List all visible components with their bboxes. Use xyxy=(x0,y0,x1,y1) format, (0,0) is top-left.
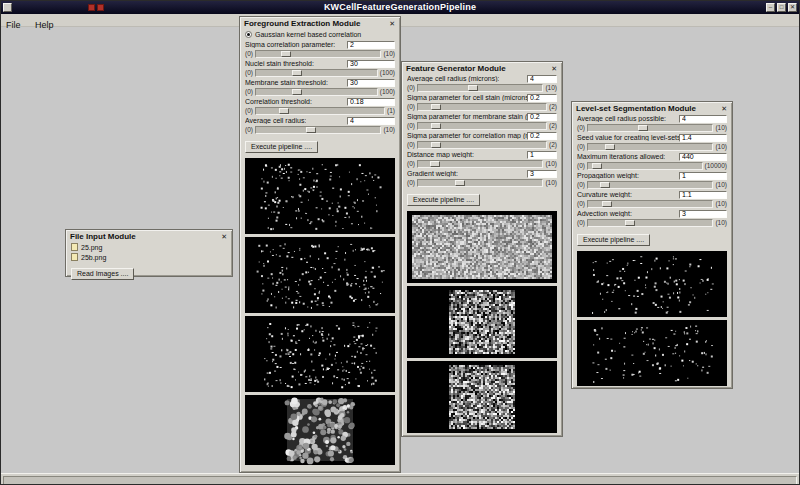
menu-file[interactable]: File xyxy=(1,19,26,31)
param-label: Nuclei stain threshold: xyxy=(245,60,314,67)
title-bar[interactable]: KWCellFeatureGenerationPipeline – □ ✕ xyxy=(1,1,799,14)
slider-max-label: (10) xyxy=(545,160,557,168)
param-sigma-correlation-map: Sigma parameter for correlation map (mic… xyxy=(407,131,557,149)
slider-min-label: (0) xyxy=(577,219,585,227)
param-slider[interactable] xyxy=(587,200,713,208)
panel-title: Foreground Extraction Module xyxy=(244,19,360,28)
param-slider[interactable] xyxy=(587,124,713,132)
param-entry[interactable] xyxy=(527,132,557,140)
slider-min-label: (0) xyxy=(245,50,253,58)
slider-handle[interactable] xyxy=(468,85,478,91)
foreground-extraction-panel: Foreground Extraction Module ✕ Gaussian … xyxy=(239,16,401,473)
param-slider[interactable] xyxy=(417,84,543,92)
file-list-item[interactable]: 25b.png xyxy=(71,252,227,262)
close-button[interactable]: ✕ xyxy=(788,3,797,12)
slider-max-label: (10) xyxy=(383,50,395,58)
slider-handle[interactable] xyxy=(455,180,465,186)
param-entry[interactable] xyxy=(527,151,557,159)
execute-pipeline-button[interactable]: Execute pipeline .... xyxy=(245,141,318,153)
file-name: 25.png xyxy=(81,244,102,251)
correlation-feature-preview xyxy=(407,361,557,433)
slider-handle[interactable] xyxy=(281,51,291,57)
param-entry[interactable] xyxy=(679,191,727,199)
gaussian-correlation-radio[interactable]: Gaussian kernel based correlation xyxy=(245,29,395,40)
slider-handle[interactable] xyxy=(431,104,441,110)
param-entry[interactable] xyxy=(347,98,395,106)
slider-min-label: (0) xyxy=(577,200,585,208)
param-entry[interactable] xyxy=(679,153,727,161)
slider-max-label: (10) xyxy=(545,84,557,92)
slider-handle[interactable] xyxy=(292,89,302,95)
slider-max-label: (10) xyxy=(545,179,557,187)
panel-close-icon[interactable]: ✕ xyxy=(388,20,396,28)
panel-close-icon[interactable]: ✕ xyxy=(720,105,728,113)
param-entry[interactable] xyxy=(679,172,727,180)
param-slider[interactable] xyxy=(255,50,381,58)
param-advection-weight: Advection weight: (0) (10) xyxy=(577,209,727,227)
application-window: KWCellFeatureGenerationPipeline – □ ✕ Fi… xyxy=(0,0,800,485)
slider-handle[interactable] xyxy=(292,70,302,76)
slider-handle[interactable] xyxy=(638,125,648,131)
param-slider[interactable] xyxy=(417,179,543,187)
param-slider[interactable] xyxy=(417,160,543,168)
param-slider[interactable] xyxy=(417,141,547,149)
panel-title: File Input Module xyxy=(70,232,136,241)
minimize-button[interactable]: – xyxy=(766,3,775,12)
param-entry[interactable] xyxy=(527,94,557,102)
param-entry[interactable] xyxy=(527,170,557,178)
param-average-cell-radius: Average cell radius (microns): (0) (10) xyxy=(407,74,557,92)
param-entry[interactable] xyxy=(679,134,727,142)
param-entry[interactable] xyxy=(679,210,727,218)
param-entry[interactable] xyxy=(347,41,395,49)
maximize-button[interactable]: □ xyxy=(777,3,786,12)
slider-handle[interactable] xyxy=(600,182,610,188)
sticky-icon xyxy=(97,4,104,11)
slider-handle[interactable] xyxy=(592,163,602,169)
param-slider[interactable] xyxy=(417,122,547,130)
window-menu-button[interactable] xyxy=(3,3,12,12)
param-slider[interactable] xyxy=(255,69,378,77)
param-slider[interactable] xyxy=(255,126,381,134)
slider-min-label: (0) xyxy=(245,69,253,77)
param-entry[interactable] xyxy=(527,113,557,121)
panel-close-icon[interactable]: ✕ xyxy=(550,65,558,73)
file-icon xyxy=(71,253,78,261)
slider-handle[interactable] xyxy=(430,161,440,167)
param-distance-map-weight: Distance map weight: (0) (10) xyxy=(407,150,557,168)
cell-stain-feature-preview xyxy=(407,211,557,283)
menu-help[interactable]: Help xyxy=(30,19,59,31)
param-entry[interactable] xyxy=(679,115,727,123)
slider-max-label: (10) xyxy=(715,219,727,227)
param-entry[interactable] xyxy=(347,79,395,87)
file-list-item[interactable]: 25.png xyxy=(71,242,227,252)
slider-handle[interactable] xyxy=(602,201,612,207)
param-slider[interactable] xyxy=(587,181,713,189)
panel-close-icon[interactable]: ✕ xyxy=(220,233,228,241)
param-slider[interactable] xyxy=(255,107,385,115)
slider-handle[interactable] xyxy=(605,144,615,150)
read-images-button[interactable]: Read Images .... xyxy=(71,268,134,280)
slider-handle[interactable] xyxy=(279,108,289,114)
slider-min-label: (0) xyxy=(245,126,253,134)
slider-handle[interactable] xyxy=(306,127,316,133)
slider-handle[interactable] xyxy=(431,123,441,129)
param-entry[interactable] xyxy=(347,60,395,68)
file-icon xyxy=(71,243,78,251)
slider-min-label: (0) xyxy=(245,88,253,96)
param-label: Sigma parameter for cell stain (microns)… xyxy=(407,94,527,101)
param-slider[interactable] xyxy=(255,88,378,96)
param-slider[interactable] xyxy=(587,143,713,151)
execute-pipeline-button[interactable]: Execute pipeline .... xyxy=(407,194,480,206)
slider-min-label: (0) xyxy=(407,141,415,149)
param-entry[interactable] xyxy=(347,117,395,125)
param-average-cell-radius-possible: Average cell radius possible: (0) (10) xyxy=(577,114,727,132)
slider-min-label: (0) xyxy=(245,107,253,115)
param-slider[interactable] xyxy=(417,103,547,111)
param-slider[interactable] xyxy=(587,219,713,227)
param-slider[interactable] xyxy=(587,162,703,170)
slider-max-label: (2) xyxy=(549,103,557,111)
slider-handle[interactable] xyxy=(625,220,635,226)
param-entry[interactable] xyxy=(527,75,557,83)
execute-pipeline-button[interactable]: Execute pipeline .... xyxy=(577,234,650,246)
slider-handle[interactable] xyxy=(431,142,441,148)
